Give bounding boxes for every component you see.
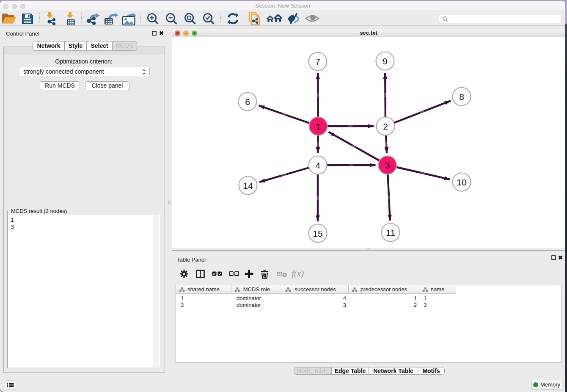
- svg-text:7: 7: [315, 57, 320, 66]
- svg-text:2: 2: [383, 121, 388, 131]
- svg-text:6: 6: [245, 97, 250, 107]
- svg-text:8: 8: [459, 92, 464, 102]
- svg-text:9: 9: [383, 56, 388, 66]
- svg-text:14: 14: [243, 181, 253, 190]
- svg-text:15: 15: [313, 229, 322, 238]
- svg-text:4: 4: [315, 160, 320, 170]
- svg-text:1: 1: [316, 121, 321, 131]
- svg-text:11: 11: [386, 228, 395, 237]
- svg-text:10: 10: [457, 177, 466, 187]
- svg-text:3: 3: [385, 160, 390, 170]
